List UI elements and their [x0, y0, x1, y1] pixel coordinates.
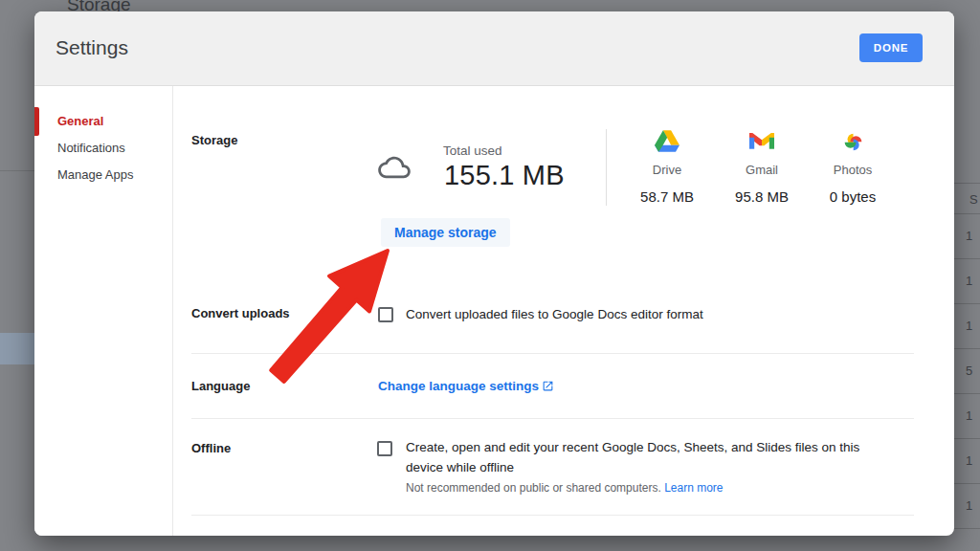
section-divider: [191, 515, 914, 516]
background-table-cell: 1: [966, 498, 972, 513]
offline-section-label: Offline: [191, 441, 231, 455]
offline-note: Not recommended on public or shared comp…: [406, 481, 724, 495]
change-language-link-label[interactable]: Change language settings: [378, 379, 539, 393]
background-table-cell: 5: [966, 364, 972, 378]
section-divider: [191, 418, 914, 419]
background-table-cell: 1: [966, 319, 972, 333]
offline-checkbox[interactable]: [377, 441, 392, 456]
dialog-header: Settings DONE: [34, 11, 954, 86]
total-used-label: Total used: [443, 143, 502, 158]
drive-icon: [623, 130, 711, 163]
background-table-column-header: S: [969, 192, 978, 207]
service-usage: 58.7 MB: [623, 188, 711, 205]
learn-more-link[interactable]: Learn more: [664, 481, 723, 495]
sidebar-item-manage-apps[interactable]: Manage Apps: [57, 167, 134, 182]
service-name: Drive: [623, 163, 711, 177]
done-button[interactable]: DONE: [859, 33, 923, 62]
service-name: Photos: [809, 163, 897, 177]
external-link-icon: [542, 380, 554, 392]
background-table-cell: 1: [966, 229, 972, 243]
service-drive: Drive 58.7 MB: [623, 130, 711, 205]
section-divider: [191, 353, 914, 354]
dialog-title: Settings: [56, 36, 128, 59]
service-photos: Photos 0 bytes: [809, 130, 897, 205]
convert-uploads-checkbox-label: Convert uploaded files to Google Docs ed…: [406, 304, 703, 324]
background-row-divider: [0, 170, 34, 171]
sidebar-item-general[interactable]: General: [57, 114, 103, 128]
background-selected-row: [0, 333, 34, 364]
storage-vertical-divider: [606, 129, 607, 206]
offline-checkbox-label: Create, open and edit your recent Google…: [406, 437, 900, 477]
cloud-icon: [377, 154, 412, 181]
convert-uploads-checkbox[interactable]: [378, 307, 393, 322]
settings-dialog: Settings DONE General Notifications Mana…: [34, 11, 954, 536]
photos-icon: [809, 130, 897, 163]
sidebar-item-notifications[interactable]: Notifications: [57, 141, 125, 155]
background-table-header-divider: [954, 183, 980, 184]
background-table-cell: 1: [966, 453, 972, 468]
manage-storage-button[interactable]: Manage storage: [381, 218, 510, 247]
language-section-label: Language: [191, 379, 250, 393]
sidebar: General Notifications Manage Apps: [34, 86, 173, 536]
storage-section-label: Storage: [191, 133, 237, 147]
service-gmail: Gmail 95.8 MB: [718, 130, 806, 205]
service-usage: 0 bytes: [809, 188, 897, 205]
background-table-cell: 1: [966, 408, 972, 423]
gmail-icon: [718, 130, 806, 163]
background-table-cell: 1: [966, 274, 972, 288]
total-used-value: 155.1 MB: [444, 160, 565, 191]
convert-uploads-section-label: Convert uploads: [191, 306, 290, 320]
service-usage: 95.8 MB: [718, 188, 806, 205]
offline-note-text: Not recommended on public or shared comp…: [406, 481, 661, 495]
active-item-indicator: [34, 107, 39, 136]
change-language-link[interactable]: Change language settings: [378, 377, 554, 394]
background-table-edge: S 1 1 1 5 1 1 1: [954, 0, 980, 551]
service-name: Gmail: [718, 163, 806, 177]
